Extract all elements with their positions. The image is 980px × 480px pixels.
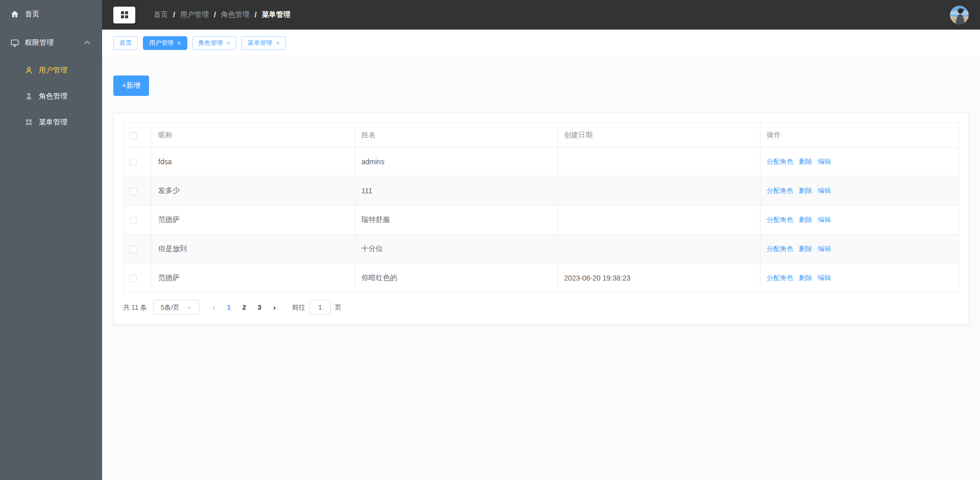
row-checkbox[interactable]: [130, 217, 137, 224]
home-icon: [10, 10, 19, 19]
avatar-image: [950, 6, 969, 24]
cell-created: [558, 147, 761, 176]
table-row: 范德萨 你暗红色的 2023-08-20 19:38:23 分配角色删除编辑: [124, 264, 959, 293]
goto-suffix: 页: [335, 303, 341, 312]
cell-nickname: 范德萨: [152, 264, 355, 293]
prev-page-icon[interactable]: ‹: [207, 304, 222, 312]
assign-role-link[interactable]: 分配角色: [767, 245, 793, 252]
breadcrumb-item[interactable]: 首页: [154, 10, 168, 19]
cell-nickname: 发多少: [152, 176, 355, 206]
row-checkbox[interactable]: [130, 159, 137, 166]
tab-home[interactable]: 首页: [113, 36, 138, 50]
cell-name: 你暗红色的: [355, 264, 558, 293]
cell-created: [558, 235, 761, 264]
pagination-total: 共 11 条: [123, 303, 147, 312]
pagination: 共 11 条 5条/页 ‹ 1 2 3 › 前往 页: [123, 300, 959, 315]
delete-link[interactable]: 删除: [799, 158, 812, 165]
table-row: fdsa admins 分配角色删除编辑: [124, 147, 959, 176]
sidebar-item-label: 菜单管理: [39, 118, 67, 127]
table-card: 昵称 姓名 创建日期 操作 fdsa admins 分配角色删除编辑: [113, 113, 969, 324]
assign-role-link[interactable]: 分配角色: [767, 187, 793, 194]
tab-roles[interactable]: 角色管理 ×: [192, 36, 237, 50]
delete-link[interactable]: 删除: [799, 245, 812, 252]
column-header-ops: 操作: [761, 123, 959, 147]
row-checkbox[interactable]: [130, 188, 137, 195]
cell-name: 瑞特舒服: [355, 206, 558, 235]
pager: ‹ 1 2 3 ›: [207, 304, 282, 312]
monitor-icon: [10, 38, 19, 47]
sidebar-item-roles[interactable]: 角色管理: [0, 83, 102, 109]
grid-toggle-icon: [121, 11, 128, 18]
content-area: +新增 昵称 姓名 创建日期 操作 fdsa: [102, 57, 980, 480]
edit-link[interactable]: 编辑: [818, 158, 831, 165]
breadcrumb-separator: /: [173, 11, 175, 19]
tab-menus[interactable]: 菜单管理 ×: [241, 36, 286, 50]
sidebar-item-home[interactable]: 首页: [0, 0, 102, 29]
users-table: 昵称 姓名 创建日期 操作 fdsa admins 分配角色删除编辑: [123, 122, 959, 293]
table-header-row: 昵称 姓名 创建日期 操作: [124, 123, 959, 147]
page-size-value: 5条/页: [161, 303, 180, 312]
edit-link[interactable]: 编辑: [818, 216, 831, 223]
tab-bar: 首页 用户管理 × 角色管理 × 菜单管理 ×: [102, 30, 980, 57]
select-all-checkbox[interactable]: [130, 132, 137, 139]
page-number-2[interactable]: 2: [236, 304, 252, 311]
sidebar-item-label: 用户管理: [39, 66, 67, 75]
tab-users[interactable]: 用户管理 ×: [143, 36, 187, 50]
cell-created: [558, 176, 761, 206]
main-area: 首页 / 用户管理 / 角色管理 / 菜单管理: [102, 0, 980, 480]
cell-nickname: 范德萨: [152, 206, 355, 235]
column-header-nickname: 昵称: [152, 123, 355, 147]
delete-link[interactable]: 删除: [799, 187, 812, 194]
cell-created: 2023-08-20 19:38:23: [558, 264, 761, 293]
cell-ops: 分配角色删除编辑: [761, 264, 959, 293]
sidebar-item-menus[interactable]: 菜单管理: [0, 109, 102, 135]
edit-link[interactable]: 编辑: [818, 274, 831, 282]
column-header-created: 创建日期: [558, 123, 761, 147]
goto-page: 前往 页: [292, 300, 341, 315]
add-button[interactable]: +新增: [113, 75, 149, 96]
goto-label: 前往: [292, 303, 305, 312]
goto-page-input[interactable]: [309, 300, 331, 315]
sidebar-item-label: 首页: [25, 10, 39, 19]
assign-role-link[interactable]: 分配角色: [767, 216, 793, 223]
sidebar-item-users[interactable]: 用户管理: [0, 57, 102, 83]
delete-link[interactable]: 删除: [799, 274, 812, 282]
next-page-icon[interactable]: ›: [267, 304, 282, 312]
breadcrumb-separator: /: [255, 11, 257, 19]
page-number-3[interactable]: 3: [252, 304, 267, 311]
cell-ops: 分配角色删除编辑: [761, 147, 959, 176]
sidebar-toggle-button[interactable]: [113, 7, 135, 23]
tab-label: 用户管理: [149, 39, 174, 47]
delete-link[interactable]: 删除: [799, 216, 812, 223]
page-size-select[interactable]: 5条/页: [153, 300, 200, 315]
avatar[interactable]: [950, 6, 969, 24]
assign-role-link[interactable]: 分配角色: [767, 158, 793, 165]
assign-role-link[interactable]: 分配角色: [767, 274, 793, 282]
cell-nickname: fdsa: [152, 147, 355, 176]
table-row: 但是放到 十分位 分配角色删除编辑: [124, 235, 959, 264]
table-row: 范德萨 瑞特舒服 分配角色删除编辑: [124, 206, 959, 235]
sidebar: 首页 权限管理 用户管理 角色管理 菜单管理: [0, 0, 102, 480]
breadcrumb-separator: /: [214, 11, 216, 19]
edit-link[interactable]: 编辑: [818, 245, 831, 252]
sidebar-group-permissions[interactable]: 权限管理: [0, 29, 102, 57]
breadcrumb-item-current: 菜单管理: [262, 10, 290, 19]
cell-name: admins: [355, 147, 558, 176]
breadcrumb-item[interactable]: 用户管理: [180, 10, 209, 19]
close-icon[interactable]: ×: [227, 40, 231, 46]
cell-created: [558, 206, 761, 235]
sidebar-group-label: 权限管理: [25, 38, 54, 47]
role-icon: [24, 92, 33, 100]
sidebar-item-label: 角色管理: [39, 92, 67, 101]
breadcrumb-item[interactable]: 角色管理: [221, 10, 250, 19]
close-icon[interactable]: ×: [276, 40, 280, 46]
close-icon[interactable]: ×: [177, 40, 181, 46]
cell-ops: 分配角色删除编辑: [761, 176, 959, 206]
row-checkbox[interactable]: [130, 275, 137, 282]
row-checkbox[interactable]: [130, 246, 137, 253]
page-number-1[interactable]: 1: [221, 304, 236, 311]
column-header-name: 姓名: [355, 123, 558, 147]
top-header: 首页 / 用户管理 / 角色管理 / 菜单管理: [102, 0, 980, 30]
edit-link[interactable]: 编辑: [818, 187, 831, 194]
breadcrumb: 首页 / 用户管理 / 角色管理 / 菜单管理: [154, 10, 290, 19]
